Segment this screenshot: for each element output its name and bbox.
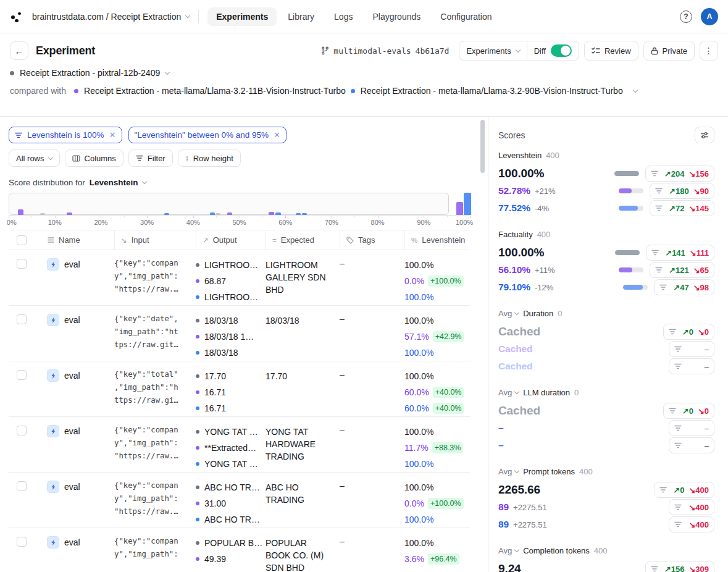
filter-chip-levenshtein-100[interactable]: Levenshtein is 100% ✕ bbox=[9, 127, 122, 143]
score-filter-chip[interactable]: – bbox=[669, 358, 714, 374]
scrollbar[interactable] bbox=[479, 117, 488, 572]
all-rows-dropdown[interactable]: All rows bbox=[9, 149, 60, 167]
cell-expected[interactable]: LIGHTROOM GALLERY SDN BHD bbox=[266, 257, 340, 296]
columns-button[interactable]: Columns bbox=[65, 149, 123, 167]
aggregation-dropdown[interactable]: Avg bbox=[498, 388, 519, 397]
score-filter-chip[interactable]: ↗180↘90 bbox=[650, 183, 714, 199]
help-icon[interactable]: ? bbox=[680, 11, 692, 23]
score-filter-chip[interactable]: ↘400 bbox=[669, 516, 714, 532]
aggregation-dropdown[interactable]: Avg bbox=[498, 309, 519, 318]
score-row: 9.24↗156↘309 bbox=[498, 560, 714, 572]
cell-input[interactable]: {"key":"compan y","img_path": "https://r… bbox=[114, 424, 196, 463]
score-filter-chip[interactable]: ↘400 bbox=[669, 499, 714, 515]
score-filter-chip[interactable]: ↗47↘98 bbox=[654, 279, 714, 295]
score-value: 3.6% bbox=[404, 551, 424, 567]
breadcrumb[interactable]: braintrustdata.com / Receipt Extraction bbox=[32, 12, 190, 22]
comparison-experiment[interactable]: Receipt Extraction - meta-llama/Llama-3.… bbox=[351, 86, 623, 96]
table-row[interactable]: eval{"key":"total" ,"img_path":"h ttps:/… bbox=[9, 361, 470, 417]
tab-library[interactable]: Library bbox=[279, 7, 323, 26]
close-icon[interactable]: ✕ bbox=[109, 130, 116, 140]
score-filter-chip[interactable]: ↗0↘400 bbox=[654, 482, 714, 498]
row-checkbox[interactable] bbox=[17, 314, 27, 324]
column-header-levenshtein[interactable]: % Levenshtein bbox=[404, 230, 470, 250]
tab-playgrounds[interactable]: Playgrounds bbox=[364, 7, 429, 26]
cell-expected[interactable]: 18/03/18 bbox=[266, 313, 340, 327]
filter-button[interactable]: Filter bbox=[128, 149, 173, 167]
row-checkbox[interactable] bbox=[17, 426, 27, 435]
back-button[interactable]: ← bbox=[10, 41, 28, 60]
close-icon[interactable]: ✕ bbox=[274, 130, 280, 140]
cell-output[interactable]: ABC HO TR…31.00ABC HO TR… bbox=[196, 479, 266, 528]
tab-logs[interactable]: Logs bbox=[325, 7, 361, 26]
column-header-name[interactable]: Name bbox=[47, 230, 114, 250]
diff-label: Diff bbox=[534, 46, 546, 56]
score-row: Cached↗0↘0 bbox=[498, 402, 714, 419]
row-checkbox[interactable] bbox=[17, 259, 27, 269]
cell-input[interactable]: {"key":"date", "img_path":"ht tps://raw.… bbox=[114, 313, 196, 351]
column-header-output[interactable]: ↗ Output bbox=[196, 230, 266, 250]
tab-experiments[interactable]: Experiments bbox=[207, 7, 277, 26]
cell-output[interactable]: POPULAR B…49.39 bbox=[196, 535, 266, 567]
score-filter-chip[interactable]: ↗141↘111 bbox=[646, 245, 714, 261]
aggregation-dropdown[interactable]: Avg bbox=[498, 467, 519, 476]
score-filter-chip[interactable]: ↗0↘0 bbox=[663, 324, 714, 340]
distribution-selector[interactable]: Score distribution for Levenshtein bbox=[9, 178, 470, 187]
cell-output[interactable]: 17.7016.7116.71 bbox=[196, 368, 266, 416]
score-filter-chip[interactable]: – bbox=[669, 420, 714, 436]
cell-output[interactable]: LIGHTROO…68.87LIGHTROO… bbox=[196, 257, 266, 305]
scrollbar-thumb[interactable] bbox=[480, 120, 485, 173]
row-checkbox[interactable] bbox=[17, 537, 27, 547]
histogram-selection[interactable] bbox=[9, 193, 449, 215]
table-row[interactable]: eval{"key":"date", "img_path":"ht tps://… bbox=[9, 306, 470, 361]
score-filter-chip[interactable]: ↗121↘65 bbox=[650, 262, 714, 278]
row-checkbox[interactable] bbox=[17, 481, 27, 491]
cell-input[interactable]: {"key":"compan y","img_path": "https://r… bbox=[114, 479, 196, 518]
braintrust-logo-icon[interactable] bbox=[10, 9, 25, 24]
score-filter-chip[interactable]: ↗204↘156 bbox=[645, 166, 714, 182]
column-header-input[interactable]: ↘ Input bbox=[114, 230, 196, 250]
cell-input[interactable]: {"key":"compan y","img_path": "https://r… bbox=[114, 257, 196, 296]
cell-expected[interactable]: YONG TAT HARDWARE TRADING bbox=[266, 424, 340, 463]
row-checkbox[interactable] bbox=[17, 370, 27, 380]
output-dot bbox=[196, 446, 199, 450]
histogram-plot[interactable] bbox=[9, 193, 470, 215]
column-header-expected[interactable]: = Expected bbox=[266, 230, 340, 250]
table-row[interactable]: eval{"key":"compan y","img_path": "https… bbox=[9, 417, 470, 473]
cell-expected[interactable]: ABC HO TRADING bbox=[266, 479, 340, 506]
column-header-tags[interactable]: Tags bbox=[340, 230, 404, 250]
chip-values: – bbox=[705, 345, 709, 354]
review-button[interactable]: Review bbox=[584, 41, 638, 61]
comparison-experiment[interactable]: Receipt Extraction - meta-llama/Llama-3.… bbox=[74, 86, 346, 96]
scores-settings-button[interactable] bbox=[695, 127, 714, 143]
select-all-checkbox[interactable] bbox=[17, 235, 27, 245]
cell-expected[interactable]: 17.70 bbox=[266, 368, 340, 382]
base-experiment[interactable]: Receipt Extraction - pixtral-12b-2409 bbox=[10, 68, 718, 78]
table-row[interactable]: eval{"key":"compan y","img_path": "https… bbox=[9, 250, 470, 306]
private-button[interactable]: Private bbox=[643, 41, 695, 61]
score-filter-chip[interactable]: ↗72↘145 bbox=[650, 200, 714, 216]
nav-tabs: ExperimentsLibraryLogsPlaygroundsConfigu… bbox=[207, 7, 500, 26]
diff-toggle[interactable] bbox=[551, 44, 572, 57]
tab-configuration[interactable]: Configuration bbox=[432, 7, 500, 26]
table-row[interactable]: eval{"key":"compan y","img_path": "https… bbox=[9, 473, 470, 528]
score-filter-chip[interactable]: ↗0↘0 bbox=[663, 403, 714, 419]
cell-expected[interactable]: POPULAR BOOK CO. (M) SDN BHD bbox=[266, 535, 340, 572]
cell-output[interactable]: 18/03/1818/03/18 1…18/03/18 bbox=[196, 313, 266, 361]
cell-input[interactable]: {"key":"compan y","img_path": bbox=[114, 535, 196, 561]
output-text: 16.71 bbox=[204, 400, 226, 416]
aggregation-dropdown[interactable]: Avg bbox=[498, 546, 519, 555]
score-line: 100.0% bbox=[404, 257, 466, 273]
score-filter-chip[interactable]: – bbox=[669, 437, 714, 453]
cell-input[interactable]: {"key":"total" ,"img_path":"h ttps://raw… bbox=[114, 368, 196, 407]
filter-chip-levenshtein-range[interactable]: "Levenshtein" between 0% and 95% ✕ bbox=[128, 127, 287, 143]
avatar[interactable]: A bbox=[701, 8, 718, 25]
score-filter-chip[interactable]: ↗156↘309 bbox=[645, 561, 714, 572]
more-options-button[interactable]: ⋮ bbox=[700, 41, 718, 61]
table-row[interactable]: eval{"key":"compan y","img_path":POPULAR… bbox=[9, 528, 470, 572]
row-height-button[interactable]: ↕ Row height bbox=[178, 149, 241, 167]
experiments-dropdown[interactable]: Experiments bbox=[459, 41, 526, 60]
score-filter-chip[interactable]: – bbox=[669, 341, 714, 357]
axis-tick-label: 20% bbox=[94, 219, 107, 226]
cell-output[interactable]: YONG TAT …**Extracted…YONG TAT … bbox=[196, 424, 266, 472]
axis-tick-label: 60% bbox=[278, 219, 292, 226]
